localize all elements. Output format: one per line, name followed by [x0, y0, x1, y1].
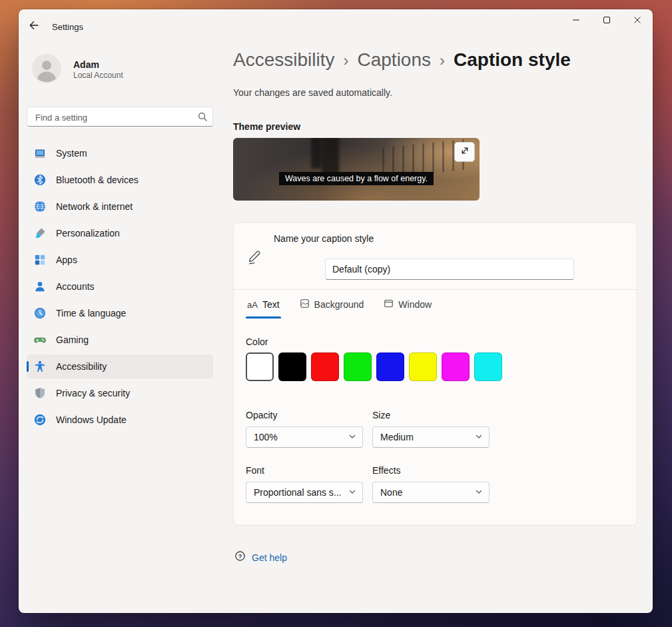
sidebar-item-network-internet[interactable]: Network & internet	[27, 195, 213, 219]
user-name: Adam	[73, 59, 123, 71]
sidebar-item-bluetooth-devices[interactable]: Bluetooth & devices	[27, 168, 213, 192]
bluetooth-icon	[33, 173, 47, 187]
size-field: Size Medium	[372, 410, 490, 448]
font-select[interactable]: Proportional sans s...	[246, 482, 363, 503]
caption-name-label: Name your caption style	[274, 233, 374, 244]
search-input[interactable]	[34, 108, 192, 127]
back-arrow-icon	[29, 20, 39, 33]
tab-window[interactable]: Window	[382, 297, 433, 318]
sidebar-item-label: Personalization	[56, 228, 120, 239]
close-button[interactable]	[622, 9, 653, 32]
chevron-down-icon	[475, 487, 483, 498]
sidebar-item-gaming[interactable]: Gaming	[27, 328, 213, 352]
text-aA-icon: aA	[247, 300, 258, 310]
sidebar-item-accessibility[interactable]: Accessibility	[27, 354, 213, 378]
system-icon	[33, 147, 47, 160]
sidebar: Adam Local Account System Bluetooth & de…	[19, 44, 221, 613]
sidebar-item-label: Gaming	[56, 334, 89, 345]
size-value: Medium	[380, 432, 414, 442]
window-controls	[561, 9, 653, 32]
color-swatch-magenta[interactable]	[442, 352, 470, 381]
sidebar-item-personalization[interactable]: Personalization	[27, 221, 213, 245]
get-help-link[interactable]: ? Get help	[234, 550, 287, 564]
color-swatch-white[interactable]	[246, 352, 274, 381]
theme-preview-label: Theme preview	[233, 121, 300, 132]
breadcrumb-captions[interactable]: Captions	[357, 49, 431, 71]
avatar	[32, 54, 61, 86]
sidebar-item-label: Apps	[56, 255, 77, 265]
tab-label: Background	[314, 299, 364, 310]
back-button[interactable]	[24, 17, 44, 37]
color-swatch-cyan[interactable]	[474, 352, 502, 381]
preview-photo-figure	[322, 138, 339, 174]
expand-preview-button[interactable]	[454, 142, 475, 162]
size-select[interactable]: Medium	[372, 426, 490, 448]
color-swatch-black[interactable]	[278, 352, 306, 381]
clock-icon	[33, 307, 47, 320]
divider	[234, 289, 637, 290]
user-account-type: Local Account	[73, 71, 123, 81]
title-bar: Settings	[24, 9, 83, 44]
selected-indicator	[27, 361, 29, 372]
game-controller-icon	[33, 333, 47, 346]
sidebar-item-system[interactable]: System	[27, 141, 213, 165]
sidebar-item-label: Privacy & security	[56, 388, 130, 398]
sidebar-item-label: Network & internet	[56, 201, 133, 212]
main-content: Accessibility › Captions › Caption style…	[233, 9, 637, 613]
person-icon	[33, 280, 47, 293]
minimize-icon	[572, 15, 580, 27]
caption-style-card: Name your caption style aA Text Backgrou…	[233, 222, 637, 526]
user-account[interactable]: Adam Local Account	[32, 54, 123, 86]
minimize-button[interactable]	[561, 9, 591, 32]
breadcrumb-accessibility[interactable]: Accessibility	[233, 49, 334, 71]
apps-grid-icon	[33, 253, 47, 267]
effects-select[interactable]: None	[372, 482, 490, 503]
caption-name-input[interactable]	[325, 259, 574, 280]
font-value: Proportional sans s...	[254, 487, 342, 498]
font-field: Font Proportional sans s...	[246, 465, 363, 503]
sidebar-item-label: System	[56, 148, 87, 159]
color-section-label: Color	[246, 336, 268, 347]
sidebar-item-windows-update[interactable]: Windows Update	[27, 408, 213, 432]
color-swatches	[246, 352, 502, 381]
close-icon	[633, 15, 641, 27]
accessibility-icon	[33, 360, 47, 373]
page-title: Caption style	[454, 49, 571, 71]
sidebar-item-label: Bluetooth & devices	[56, 175, 139, 185]
network-globe-icon	[33, 200, 47, 213]
preview-photo-figure	[311, 138, 322, 169]
search-box	[27, 107, 213, 127]
sidebar-item-label: Accessibility	[56, 361, 107, 372]
sidebar-item-apps[interactable]: Apps	[27, 248, 213, 272]
effects-value: None	[380, 487, 402, 498]
color-swatch-green[interactable]	[344, 352, 372, 381]
tab-label: Window	[398, 299, 432, 310]
tab-text[interactable]: aA Text	[246, 297, 281, 318]
breadcrumb-separator-icon: ›	[440, 51, 445, 70]
chevron-down-icon	[348, 432, 356, 442]
tab-label: Text	[262, 299, 280, 310]
svg-text:?: ?	[238, 553, 242, 560]
breadcrumb-separator-icon: ›	[343, 51, 348, 70]
breadcrumb: Accessibility › Captions › Caption style	[233, 49, 571, 71]
sidebar-item-label: Accounts	[56, 281, 95, 292]
maximize-button[interactable]	[591, 9, 622, 32]
search-icon	[198, 112, 207, 124]
shield-icon	[33, 386, 47, 400]
sidebar-nav: System Bluetooth & devices Network & int…	[27, 141, 213, 434]
color-swatch-blue[interactable]	[376, 352, 404, 381]
expand-icon	[460, 146, 470, 158]
color-swatch-red[interactable]	[311, 352, 339, 381]
opacity-select[interactable]: 100%	[246, 426, 363, 448]
update-arrows-icon	[33, 413, 47, 426]
style-tabs: aA Text Background Window	[246, 297, 433, 318]
edit-pencil-icon	[247, 251, 262, 268]
background-icon	[300, 299, 310, 311]
tab-background[interactable]: Background	[298, 297, 366, 318]
sidebar-item-accounts[interactable]: Accounts	[27, 275, 213, 299]
sidebar-item-time-language[interactable]: Time & language	[27, 301, 213, 325]
sidebar-item-privacy-security[interactable]: Privacy & security	[27, 381, 213, 405]
opacity-label: Opacity	[246, 410, 363, 420]
window-icon	[384, 299, 394, 311]
color-swatch-yellow[interactable]	[409, 352, 437, 381]
